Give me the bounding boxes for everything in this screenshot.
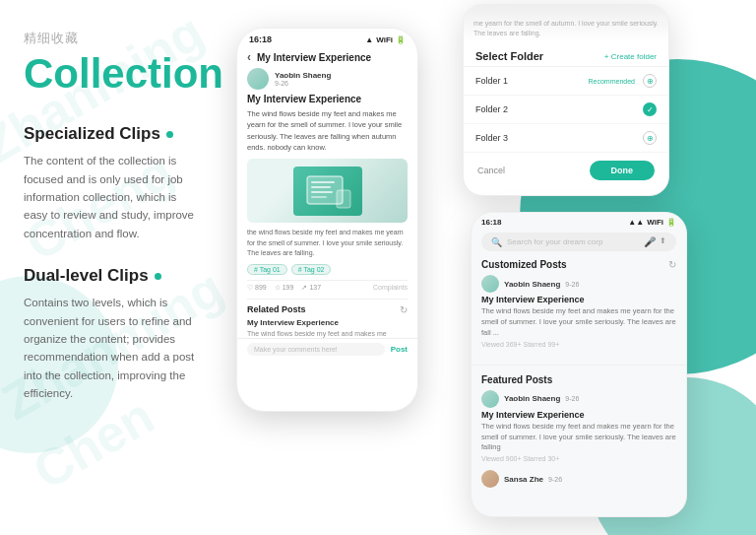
post1-author: Yaobin Shaeng 9-26: [481, 275, 676, 293]
search-action-icons: 🎤 ⬆: [644, 236, 666, 247]
left-panel: 精细收藏 Collection Specialized Clips The co…: [0, 0, 226, 535]
phone2-blur-text: me yearn for the smell of autumn. I love…: [473, 19, 659, 38]
author-name: Yaobin Shaeng: [275, 71, 331, 80]
folder-select-title: Select Folder: [475, 50, 543, 62]
phone1-nav: ‹ My Interview Experience: [237, 46, 417, 68]
back-arrow-icon[interactable]: ‹: [247, 50, 251, 64]
tag1[interactable]: # Tag 01: [247, 264, 287, 275]
related-posts: Related Posts ↻ My Interview Experience …: [247, 299, 408, 339]
svg-rect-3: [311, 191, 333, 193]
phone1-author: Yaobin Shaeng 9-26: [247, 68, 408, 90]
post2-date: 9-26: [565, 395, 579, 402]
create-folder-button[interactable]: + Create folder: [604, 52, 657, 61]
post-button[interactable]: Post: [391, 345, 408, 354]
section2-desc: Contains two levels, which is convenient…: [24, 294, 203, 402]
dot-teal-2: [155, 273, 161, 280]
customized-refresh-icon[interactable]: ↻: [668, 259, 676, 270]
folder2-row[interactable]: Folder 2 ✓: [464, 96, 668, 124]
phone3-mockup: 16:18 ▲▲ WiFi 🔋 🔍 Search for your dream …: [471, 212, 687, 517]
customized-posts-header: Customized Posts ↻: [481, 259, 676, 270]
folder2-check: ✓: [643, 102, 657, 116]
comment-bar: Make your comments here! Post: [237, 338, 417, 360]
phone2-blur-top: me yearn for the smell of autumn. I love…: [464, 5, 668, 42]
related-header: Related Posts ↻: [247, 304, 408, 315]
post2-author-name: Yaobin Shaeng: [504, 394, 560, 403]
dot-teal-1: [166, 131, 173, 138]
post3-avatar: [481, 470, 499, 488]
article-text: The wind flows beside my feet and makes …: [247, 108, 408, 153]
post1-stats: Viewed 369+ Starred 99+: [481, 341, 676, 348]
folder3-row[interactable]: Folder 3 ⊕: [464, 124, 668, 153]
status-icons: ▲ WiFi 🔋: [365, 35, 406, 44]
recommended-badge: Recommended: [589, 78, 635, 85]
folder-select-footer: Cancel Done: [464, 153, 668, 186]
article-image: [247, 159, 408, 223]
folder1-row[interactable]: Folder 1 Recommended ⊕: [464, 67, 668, 96]
likes-action[interactable]: ♡ 899: [247, 284, 267, 292]
folder2-name: Folder 2: [475, 104, 508, 114]
main-title: Collection: [24, 51, 203, 97]
phones-area: 16:18 ▲ WiFi 🔋 ‹ My Interview Experience…: [217, 0, 756, 535]
folder-select-header: Select Folder + Create folder: [464, 42, 668, 67]
refresh-icon[interactable]: ↻: [400, 304, 408, 315]
search-bar[interactable]: 🔍 Search for your dream corp 🎤 ⬆: [481, 233, 676, 251]
complaints-text[interactable]: Complaints: [373, 284, 408, 291]
upload-icon[interactable]: ⬆: [660, 236, 666, 247]
featured-posts-header: Featured Posts: [481, 374, 676, 385]
article-title: My Interview Experience: [247, 94, 408, 104]
svg-rect-5: [337, 190, 350, 208]
section-divider: [472, 365, 686, 366]
phone1-mockup: 16:18 ▲ WiFi 🔋 ‹ My Interview Experience…: [236, 28, 418, 412]
post3-item: Sansa Zhe 9-26: [481, 470, 676, 488]
article-text2: the wind flows beside my feet and makes …: [247, 228, 408, 259]
svg-rect-1: [311, 181, 335, 183]
post2-author: Yaobin Shaeng 9-26: [481, 390, 676, 408]
tag2[interactable]: # Tag 02: [291, 264, 332, 275]
section1-title: Specialized Clips: [24, 124, 203, 144]
post1-avatar: [481, 275, 499, 293]
comment-input[interactable]: Make your comments here!: [247, 343, 385, 356]
phone3-status-icons: ▲▲ WiFi 🔋: [628, 218, 676, 227]
folder1-check: ⊕: [643, 74, 657, 88]
phone1-statusbar: 16:18 ▲ WiFi 🔋: [237, 29, 417, 46]
post1-text: The wind flows beside my feet and makes …: [481, 306, 676, 339]
related-item-text: The wind flows beside my feet and makes …: [247, 329, 408, 339]
done-button[interactable]: Done: [590, 161, 656, 180]
customized-posts-title: Customized Posts: [481, 259, 567, 270]
folder1-name: Folder 1: [475, 76, 508, 86]
featured-posts-section: Featured Posts Yaobin Shaeng 9-26 My Int…: [472, 370, 686, 501]
section1-desc: The content of the collection is focused…: [24, 152, 203, 242]
folder3-name: Folder 3: [475, 133, 508, 143]
article-actions: ♡ 899 ☆ 199 ↗ 137 Complaints: [247, 280, 408, 295]
post2-stats: Viewed 900+ Starred 30+: [481, 455, 676, 462]
customized-posts-section: Customized Posts ↻ Yaobin Shaeng 9-26 My…: [472, 255, 686, 360]
post1-author-name: Yaobin Shaeng: [504, 280, 560, 289]
author-date: 9-26: [275, 80, 331, 87]
related-title: Related Posts: [247, 304, 306, 314]
mic-icon[interactable]: 🎤: [644, 236, 656, 247]
post1-item: Yaobin Shaeng 9-26 My Interview Experien…: [481, 275, 676, 348]
post3-author-name: Sansa Zhe: [504, 475, 543, 484]
phone3-statusbar: 16:18 ▲▲ WiFi 🔋: [472, 213, 686, 229]
post3-date: 9-26: [548, 476, 562, 483]
stars-action[interactable]: ☆ 199: [275, 284, 294, 292]
post1-date: 9-26: [565, 281, 579, 288]
search-icon: 🔍: [491, 237, 502, 247]
post1-title: My Interview Experience: [481, 295, 676, 304]
post2-text: The wind flows beside my feet and makes …: [481, 422, 676, 454]
shares-action[interactable]: ↗ 137: [301, 284, 321, 292]
phone1-article: Yaobin Shaeng 9-26 My Interview Experien…: [237, 68, 417, 338]
article-image-inner: [293, 167, 362, 216]
svg-rect-4: [311, 196, 327, 198]
post2-avatar: [481, 390, 499, 408]
cancel-button[interactable]: Cancel: [477, 166, 505, 175]
author-avatar: [247, 68, 269, 90]
folder1-right: Recommended ⊕: [589, 74, 657, 88]
related-item-title: My Interview Experience: [247, 318, 408, 327]
chinese-title: 精细收藏: [24, 30, 203, 47]
phone2-mockup: me yearn for the smell of autumn. I love…: [463, 4, 669, 196]
book-illustration: [303, 172, 352, 210]
post2-item: Yaobin Shaeng 9-26 My Interview Experien…: [481, 390, 676, 463]
post3-author: Sansa Zhe 9-26: [481, 470, 676, 488]
post2-title: My Interview Experience: [481, 410, 676, 420]
